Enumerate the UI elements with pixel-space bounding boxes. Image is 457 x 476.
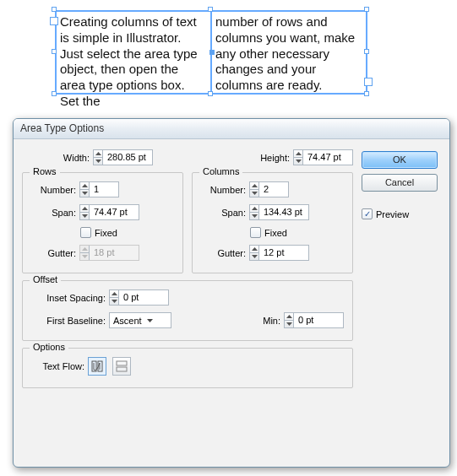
resize-handle-mr[interactable] — [364, 49, 369, 54]
width-spinner[interactable]: 280.85 pt — [93, 149, 153, 165]
height-value[interactable]: 74.47 pt — [303, 150, 352, 165]
baseline-select[interactable]: Ascent — [109, 312, 171, 328]
cancel-button[interactable]: Cancel — [362, 174, 438, 192]
cols-gutter-value[interactable]: 12 pt — [259, 246, 308, 260]
resize-handle-tr[interactable] — [364, 7, 369, 12]
svg-marker-9 — [82, 255, 88, 258]
svg-marker-11 — [252, 192, 258, 195]
cols-gutter-spinner[interactable]: 12 pt — [249, 245, 309, 261]
cols-number-spinner[interactable]: 2 — [249, 181, 289, 197]
inset-spinner[interactable]: 0 pt — [109, 289, 169, 306]
width-value[interactable]: 280.85 pt — [103, 150, 152, 165]
height-step-up[interactable] — [294, 150, 302, 158]
height-spinner[interactable]: 74.47 pt — [293, 149, 353, 165]
rows-legend: Rows — [30, 166, 60, 176]
columns-group: Columns Number: 2 Span: 134.43 pt — [192, 172, 353, 273]
svg-marker-5 — [82, 192, 88, 195]
text-column-1: Creating columns of text is simple in Il… — [56, 11, 211, 94]
min-label: Min: — [255, 316, 280, 326]
inset-label: Inset Spacing: — [30, 293, 106, 303]
svg-marker-4 — [82, 184, 88, 187]
rows-number-label: Number: — [30, 185, 76, 195]
svg-marker-16 — [112, 292, 117, 295]
thread-out-port[interactable] — [364, 78, 373, 86]
rows-gutter-spinner: 18 pt — [79, 245, 139, 261]
ok-button[interactable]: OK — [362, 151, 438, 169]
baseline-label: First Baseline: — [30, 316, 106, 326]
resize-handle-bl[interactable] — [52, 91, 57, 96]
rows-gutter-value: 18 pt — [90, 246, 139, 260]
checkbox-icon — [362, 208, 373, 219]
caret-down-icon — [147, 319, 153, 322]
rows-fixed-label: Fixed — [95, 228, 117, 238]
rows-number-value[interactable]: 1 — [90, 182, 118, 197]
preview-checkbox[interactable]: Preview — [362, 208, 438, 219]
svg-marker-8 — [82, 247, 88, 251]
textflow-label: Text Flow: — [30, 361, 84, 371]
svg-marker-19 — [286, 315, 292, 318]
svg-marker-20 — [286, 322, 292, 326]
svg-marker-13 — [252, 214, 258, 218]
baseline-value: Ascent — [113, 316, 142, 326]
offset-legend: Offset — [30, 274, 61, 284]
inset-value[interactable]: 0 pt — [119, 290, 168, 305]
svg-marker-15 — [252, 255, 258, 258]
cols-fixed-label: Fixed — [264, 228, 287, 238]
cols-fixed-checkbox[interactable]: Fixed — [250, 227, 287, 238]
thread-in-port[interactable] — [50, 17, 58, 25]
area-type-canvas: Creating columns of text is simple in Il… — [55, 10, 376, 103]
width-step-down[interactable] — [94, 158, 102, 165]
textflow-rtl-button[interactable] — [112, 357, 131, 376]
options-legend: Options — [30, 342, 68, 352]
resize-handle-br[interactable] — [364, 91, 369, 96]
cols-number-value[interactable]: 2 — [259, 182, 288, 197]
cols-span-spinner[interactable]: 134.43 pt — [249, 204, 309, 220]
column-divider-handle[interactable] — [209, 50, 215, 55]
textflow-ltr-button[interactable] — [88, 357, 106, 376]
height-step-down[interactable] — [294, 158, 302, 165]
text-frame[interactable]: Creating columns of text is simple in Il… — [55, 10, 367, 95]
svg-marker-1 — [95, 160, 101, 163]
svg-marker-3 — [296, 160, 302, 163]
resize-handle-ml[interactable] — [52, 49, 57, 54]
textflow-rtl-icon — [116, 360, 128, 372]
rows-number-spinner[interactable]: 1 — [79, 181, 119, 197]
svg-marker-12 — [252, 207, 258, 210]
svg-marker-18 — [147, 319, 153, 322]
svg-rect-23 — [117, 361, 127, 365]
rows-gutter-label: Gutter: — [30, 248, 76, 258]
rows-span-spinner[interactable]: 74.47 pt — [79, 204, 139, 220]
cols-span-label: Span: — [199, 208, 246, 218]
rows-fixed-checkbox[interactable]: Fixed — [80, 227, 117, 238]
textflow-ltr-icon — [91, 360, 103, 372]
width-step-up[interactable] — [94, 150, 102, 158]
options-group: Options Text Flow: — [22, 348, 353, 388]
cols-number-label: Number: — [199, 185, 246, 195]
svg-marker-2 — [296, 152, 302, 155]
svg-marker-17 — [112, 300, 117, 303]
checkbox-icon — [250, 227, 261, 238]
svg-marker-7 — [82, 214, 88, 218]
rows-group: Rows Number: 1 Span: 74.47 pt — [22, 172, 183, 273]
min-spinner[interactable]: 0 pt — [284, 312, 344, 328]
offset-group: Offset Inset Spacing: 0 pt First Baselin… — [22, 280, 353, 341]
rows-span-value[interactable]: 74.47 pt — [90, 205, 139, 219]
resize-handle-tl[interactable] — [52, 7, 57, 12]
dialog-title: Area Type Options — [14, 119, 449, 139]
min-value[interactable]: 0 pt — [294, 313, 343, 327]
text-column-2: number of rows and columns you want, mak… — [211, 11, 367, 94]
svg-marker-14 — [252, 247, 258, 251]
columns-legend: Columns — [199, 166, 242, 176]
area-type-options-dialog: Area Type Options Width: 280.85 pt Heigh… — [13, 118, 450, 468]
svg-marker-6 — [82, 207, 88, 210]
width-label: Width: — [22, 153, 90, 163]
svg-marker-10 — [252, 184, 258, 187]
resize-handle-tm[interactable] — [208, 7, 213, 12]
preview-label: Preview — [376, 209, 409, 219]
resize-handle-bm[interactable] — [208, 91, 213, 96]
cols-gutter-label: Gutter: — [199, 248, 246, 258]
height-label: Height: — [248, 153, 290, 163]
cols-span-value[interactable]: 134.43 pt — [259, 205, 308, 219]
svg-rect-24 — [117, 367, 127, 371]
rows-span-label: Span: — [30, 208, 76, 218]
